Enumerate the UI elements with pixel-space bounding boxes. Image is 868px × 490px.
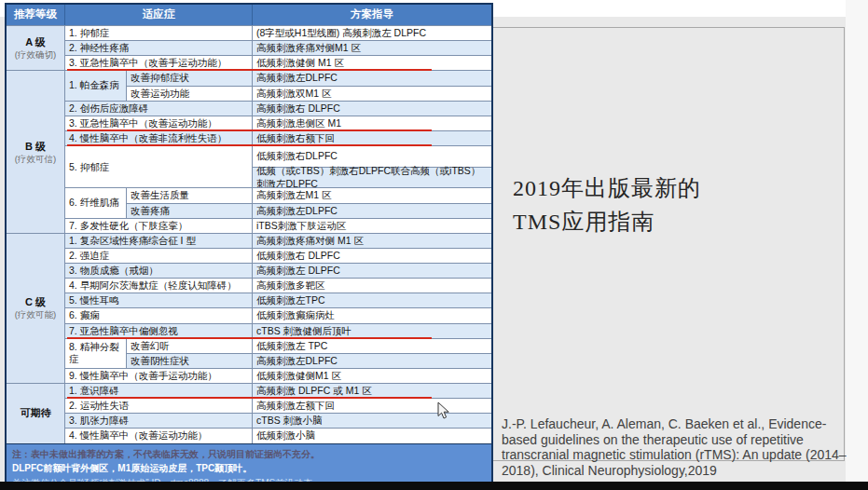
guidance-cell: 高频刺激左 DLPFC <box>252 263 491 278</box>
indication-cell: 6. 癫痫 <box>64 307 252 322</box>
indication-cell: 3. 亚急性脑卒中（改善手运动功能） <box>64 55 252 70</box>
indication-cell: 2. 运动性失语 <box>64 398 252 413</box>
table-row: 6. 纤维肌痛改善生活质量高频刺激左M1 区改善疼痛高频刺激左DLPFC <box>64 187 491 217</box>
indication-cell: 1. 抑郁症 <box>64 25 252 40</box>
indication-cell: 4. 早期阿尔茨海默症（轻度认知障碍） <box>64 278 252 293</box>
table-row: 2. 强迫症低频刺激右 DLPFC <box>64 248 491 263</box>
sub-indication-cell: 改善运动功能 <box>126 86 252 101</box>
sub-indication-cell: 改善阴性症状 <box>126 353 252 368</box>
guidance-cell: 低频刺激小脑 <box>252 428 491 442</box>
indication-cell: 4. 慢性脑卒中（改善运动功能） <box>64 428 252 442</box>
indication-group-cell: 8. 精神分裂症 <box>64 338 126 368</box>
guidance-cell: 低频（或cTBS）刺激右DLPFC联合高频（或iTBS）刺激左DLPFC <box>252 167 491 188</box>
table-body: A 级(疗效确切)1. 抑郁症(8字型或H1型线圈) 高频刺激左 DLPFC2.… <box>7 25 491 443</box>
table-row: 5. 慢性耳鸣低频刺激左TPC <box>64 293 491 307</box>
guidance-cell: iTBS刺激下肢运动区 <box>252 218 491 233</box>
sub-row: 改善阴性症状高频刺激左DLPFC <box>126 353 491 368</box>
table-row: 6. 癫痫低频刺激癫痫病灶 <box>64 307 491 322</box>
level-name: 可期待 <box>21 406 51 420</box>
table-header-row: 推荐等级 适应症 方案指导 <box>7 5 491 25</box>
table-row: 3. 肌张力障碍cTBS 刺激小脑 <box>64 413 491 428</box>
table-row: 3. 物质成瘾（戒烟）高频刺激左 DLPFC <box>64 263 491 278</box>
video-frame: 2019年出版最新的 TMS应用指南 J.-P. Lefaucheur, A. … <box>0 0 868 490</box>
slide-title-line1: 2019年出版最新的 <box>513 171 820 205</box>
guidance-cell: 高频刺激右 DLPFC <box>252 101 491 116</box>
table-section: B 级(疗效可信)1. 帕金森病改善抑郁症状高频刺激左DLPFC改善运动功能高频… <box>7 70 491 232</box>
table-row: 4. 慢性脑卒中（改善运动功能）低频刺激小脑 <box>64 428 491 442</box>
sub-row: 改善生活质量高频刺激左M1 区 <box>126 187 491 202</box>
note-abbreviations: DLPFC前额叶背外侧区，M1原始运动皮层，TPC颞顶叶。 <box>12 461 486 476</box>
guidance-cell: 低频刺激健侧 M1 区 <box>252 55 491 70</box>
guidance-cell: cTBS 刺激小脑 <box>252 413 491 428</box>
indication-cell: 7. 亚急性脑卒中偏侧忽视 <box>64 323 252 338</box>
indication-cell: 4. 慢性脑卒中（改善非流利性失语） <box>64 130 252 145</box>
header-protocol-guidance: 方案指导 <box>252 5 491 25</box>
indication-cell: 2. 强迫症 <box>64 248 252 263</box>
table-row: 9. 慢性脑卒中（改善手运动功能）低频刺激健侧M1 区 <box>64 368 491 383</box>
indication-cell: 5. 抑郁症 <box>64 145 252 187</box>
level-qualifier: (疗效可能) <box>15 309 56 320</box>
header-indication: 适应症 <box>64 5 252 25</box>
note-disclaimer: 注：表中未做出推荐的方案，不代表临床无效，只说明目前证据尚不充分。 <box>12 447 486 462</box>
indication-cell: 3. 亚急性脑卒中（改善运动功能） <box>64 116 252 130</box>
guidance-cell: 高频刺激疼痛对侧 M1 区 <box>252 233 491 248</box>
guidance-cell: 低频刺激右 DLPFC <box>252 248 491 263</box>
level-cell: A 级(疗效确切) <box>7 25 64 70</box>
sub-indication-cell: 改善生活质量 <box>126 187 252 202</box>
sub-rows: 改善生活质量高频刺激左M1 区改善疼痛高频刺激左DLPFC <box>126 187 491 217</box>
table-row: 3. 亚急性脑卒中（改善运动功能）高频刺激患侧区 M1 <box>64 116 491 130</box>
table-row: 3. 亚急性脑卒中（改善手运动功能）低频刺激健侧 M1 区 <box>64 55 491 70</box>
guidance-cell: cTBS 刺激健侧后顶叶 <box>252 323 491 338</box>
guidance-cell: 低频刺激右DLPFC <box>252 145 491 167</box>
level-name: A 级 <box>25 35 46 49</box>
indication-cell: 1. 复杂区域性疼痛综合征 I 型 <box>64 233 252 248</box>
section-rows: 1. 帕金森病改善抑郁症状高频刺激左DLPFC改善运动功能高频刺激双M1 区2.… <box>64 70 491 232</box>
table-row: 1. 复杂区域性疼痛综合征 I 型高频刺激疼痛对侧 M1 区 <box>64 233 491 248</box>
sub-rows: 改善抑郁症状高频刺激左DLPFC改善运动功能高频刺激双M1 区 <box>126 70 491 100</box>
mouse-cursor-icon <box>437 402 450 420</box>
indication-cell: 2. 神经性疼痛 <box>64 40 252 55</box>
level-name: C 级 <box>25 295 46 309</box>
guidance-cell: 高频刺激左DLPFC <box>252 70 491 85</box>
indication-cell: 7. 多发性硬化（下肢痉挛） <box>64 218 252 233</box>
guidance-cell: 高频刺激患侧区 M1 <box>252 116 491 130</box>
guidance-cell: (8字型或H1型线圈) 高频刺激左 DLPFC <box>252 25 491 40</box>
table-section: C 级(疗效可能)1. 复杂区域性疼痛综合征 I 型高频刺激疼痛对侧 M1 区2… <box>7 233 491 383</box>
guidance-rows: 低频刺激右DLPFC低频（或cTBS）刺激右DLPFC联合高频（或iTBS）刺激… <box>252 145 491 187</box>
citation-text: J.-P. Lefaucheur, A. Aleman, C. Baeken e… <box>502 416 852 478</box>
guidance-cell: 高频刺激左DLPFC <box>252 203 491 218</box>
guidance-cell: 高频刺激疼痛对侧M1 区 <box>252 40 491 55</box>
sub-rows: 改善幻听低频刺激左 TPC改善阴性症状高频刺激左DLPFC <box>126 338 491 368</box>
table-row: 1. 帕金森病改善抑郁症状高频刺激左DLPFC改善运动功能高频刺激双M1 区 <box>64 70 491 100</box>
guidance-cell: 高频刺激双M1 区 <box>252 86 491 101</box>
table-section: A 级(疗效确切)1. 抑郁症(8字型或H1型线圈) 高频刺激左 DLPFC2.… <box>7 25 491 70</box>
table-row: 8. 精神分裂症改善幻听低频刺激左 TPC改善阴性症状高频刺激左DLPFC <box>64 338 491 368</box>
slide-right-margin <box>846 0 868 482</box>
guidance-cell: 高频刺激左M1 区 <box>252 187 491 202</box>
level-name: B 级 <box>25 140 46 154</box>
sub-indication-cell: 改善幻听 <box>126 338 252 353</box>
guidance-cell: 高频刺激左DLPFC <box>252 353 491 368</box>
indication-cell: 3. 物质成瘾（戒烟） <box>64 263 252 278</box>
level-qualifier: (疗效确切) <box>15 49 56 61</box>
slide-title: 2019年出版最新的 TMS应用指南 <box>513 171 820 238</box>
table-row: 7. 亚急性脑卒中偏侧忽视cTBS 刺激健侧后顶叶 <box>64 323 491 338</box>
level-cell: C 级(疗效可能) <box>7 233 64 383</box>
table-row: 1. 意识障碍高频刺激 DLPFC 或 M1 区 <box>64 383 491 398</box>
slide-title-line2: TMS应用指南 <box>513 205 820 238</box>
sub-row: 改善幻听低频刺激左 TPC <box>126 338 491 353</box>
guidance-cell: 高频刺激 DLPFC 或 M1 区 <box>252 383 491 398</box>
section-rows: 1. 复杂区域性疼痛综合征 I 型高频刺激疼痛对侧 M1 区2. 强迫症低频刺激… <box>64 233 491 383</box>
indication-cell: 5. 慢性耳鸣 <box>64 293 252 307</box>
letterbox-bar <box>0 482 868 490</box>
table-section: 可期待1. 意识障碍高频刺激 DLPFC 或 M1 区2. 运动性失语高频刺激左… <box>7 383 491 443</box>
guidance-cell: 低频刺激左 TPC <box>252 338 491 353</box>
indication-cell: 9. 慢性脑卒中（改善手运动功能） <box>64 368 252 383</box>
guidance-cell: 低频刺激癫痫病灶 <box>252 307 491 322</box>
indication-group-cell: 6. 纤维肌痛 <box>64 187 126 217</box>
guidance-cell: 低频刺激健侧M1 区 <box>252 368 491 383</box>
sub-row: 改善抑郁症状高频刺激左DLPFC <box>126 70 491 85</box>
indication-cell: 1. 意识障碍 <box>64 383 252 398</box>
table-row: 7. 多发性硬化（下肢痉挛）iTBS刺激下肢运动区 <box>64 218 491 233</box>
header-recommendation-level: 推荐等级 <box>7 5 64 25</box>
